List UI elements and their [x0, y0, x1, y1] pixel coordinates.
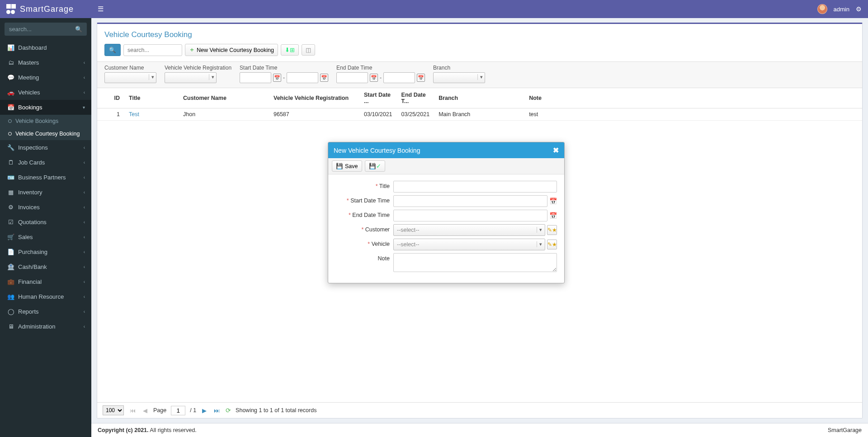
calendar-icon[interactable]: 📅 [273, 74, 281, 82]
calendar-icon[interactable]: 📅 [549, 197, 557, 205]
calendar-icon[interactable]: 📅 [370, 74, 378, 82]
search-icon[interactable]: 🔍 [75, 26, 82, 33]
filter-vehicle-select[interactable] [165, 72, 217, 83]
avatar[interactable] [817, 4, 827, 14]
logo-icon [6, 4, 16, 14]
sidebar-subitem[interactable]: Vehicle Bookings [0, 115, 91, 127]
col-header[interactable]: End Date T... [397, 88, 434, 108]
field-start-input[interactable] [393, 195, 547, 207]
field-title-input[interactable] [393, 181, 557, 193]
sidebar-item-human-resource[interactable]: 👥Human Resource‹ [0, 289, 91, 304]
calendar-icon[interactable]: 📅 [417, 74, 425, 82]
grid-header-row: IDTitleCustomer NameVehicle Vehicle Regi… [97, 88, 862, 108]
menu-icon: ☑ [6, 219, 15, 226]
sidebar-item-label: Bookings [18, 104, 42, 111]
add-vehicle-button[interactable]: ✎★ [547, 240, 557, 249]
username[interactable]: admin [834, 6, 849, 13]
sidebar-item-invoices[interactable]: ⚙Invoices‹ [0, 200, 91, 215]
col-header[interactable]: ID [97, 88, 124, 108]
sidebar-item-sales[interactable]: 🛒Sales‹ [0, 230, 91, 244]
field-customer-select[interactable]: --select-- [393, 224, 545, 236]
sidebar-item-masters[interactable]: 🗂Masters‹ [0, 55, 91, 70]
sidebar-item-administration[interactable]: 🖥Administration‹ [0, 319, 91, 334]
menu-icon: 🗂 [6, 59, 15, 66]
calendar-icon[interactable]: 📅 [320, 74, 328, 82]
field-customer-label: Customer [335, 224, 393, 233]
sidebar-subitem[interactable]: Vehicle Courtesy Booking [0, 127, 91, 140]
filter-end-from[interactable] [336, 72, 368, 83]
col-header[interactable]: Customer Name [179, 88, 269, 108]
sidebar-item-quotations[interactable]: ☑Quotations‹ [0, 215, 91, 230]
sidebar-item-inventory[interactable]: ▦Inventory‹ [0, 185, 91, 200]
export-excel-button[interactable]: ⬇⊞ [281, 44, 299, 56]
field-end-input[interactable] [393, 210, 547, 221]
table-row[interactable]: 1 Test Jhon 96587 03/10/2021 03/25/2021 … [97, 108, 862, 121]
sidebar-item-label: Administration [18, 323, 55, 330]
menu-icon: ▦ [6, 189, 15, 196]
last-page-button[interactable]: ⏭ [212, 407, 221, 414]
filter-row: Customer Name Vehicle Vehicle Registrati… [97, 61, 862, 88]
filter-start-to[interactable] [287, 72, 318, 83]
field-vehicle-select[interactable]: --select-- [393, 239, 545, 250]
prev-page-button[interactable]: ◀ [142, 407, 149, 414]
new-record-button[interactable]: ＋New Vehicle Courtesy Booking [185, 44, 278, 56]
col-header[interactable]: Vehicle Vehicle Registration [269, 88, 359, 108]
save-close-button[interactable]: 💾✓ [365, 160, 385, 172]
modal-close-button[interactable]: ✖ [553, 146, 559, 155]
next-page-button[interactable]: ▶ [201, 407, 208, 414]
col-header[interactable]: Note [524, 88, 862, 108]
menu-icon: 💬 [6, 74, 15, 81]
footer-brand: SmartGarage [828, 427, 862, 433]
chevron-left-icon: ‹ [84, 75, 85, 80]
filter-customer-select[interactable] [104, 72, 156, 83]
row-title-link[interactable]: Test [129, 111, 139, 117]
add-customer-button[interactable]: ✎★ [547, 225, 557, 235]
page-input[interactable] [171, 406, 185, 415]
sidebar-search: 🔍 [5, 23, 87, 36]
page-size-select[interactable]: 100 [103, 405, 124, 415]
hamburger-icon[interactable]: ☰ [91, 5, 110, 13]
sidebar-item-financial[interactable]: 💼Financial‹ [0, 274, 91, 289]
topbar: SmartGarage ☰ admin ⚙ [0, 0, 868, 18]
sidebar-item-label: Purchasing [18, 249, 47, 255]
sidebar-item-job-cards[interactable]: 🗒Job Cards‹ [0, 155, 91, 170]
sidebar-item-cash-bank[interactable]: 🏦Cash/Bank‹ [0, 259, 91, 274]
columns-config-button[interactable]: ◫ [302, 44, 315, 56]
logo[interactable]: SmartGarage [0, 0, 91, 18]
panel: Vehicle Courtesy Booking 🔍 ＋New Vehicle … [97, 23, 863, 418]
refresh-button[interactable]: ⟳ [226, 407, 231, 414]
sidebar-item-inspections[interactable]: 🔧Inspections‹ [0, 140, 91, 155]
field-note-input[interactable] [393, 253, 557, 272]
col-header[interactable]: Title [124, 88, 179, 108]
settings-icon[interactable]: ⚙ [856, 5, 862, 13]
col-header[interactable]: Start Date ... [359, 88, 397, 108]
sidebar-item-purchasing[interactable]: 📄Purchasing‹ [0, 244, 91, 259]
filter-end-to[interactable] [383, 72, 415, 83]
footer-copyright: Copyright (c) 2021. [98, 427, 149, 433]
filter-start-from[interactable] [240, 72, 271, 83]
sidebar-item-vehicles[interactable]: 🚗Vehicles‹ [0, 85, 91, 100]
sidebar-search-input[interactable] [5, 23, 87, 36]
sidebar-item-dashboard[interactable]: 📊Dashboard [0, 40, 91, 55]
sidebar-item-bookings[interactable]: 📅Bookings▾ [0, 100, 91, 115]
filter-branch-select[interactable] [433, 72, 485, 83]
field-title-label: Title [335, 181, 393, 189]
new-booking-modal: New Vehicle Courtesy Booking ✖ 💾 Save 💾✓… [328, 142, 565, 283]
first-page-button[interactable]: ⏮ [128, 407, 137, 414]
sidebar-item-business-partners[interactable]: 🪪Business Partners‹ [0, 170, 91, 185]
field-note-label: Note [335, 253, 393, 262]
menu-icon: 🛒 [6, 234, 15, 240]
chevron-left-icon: ‹ [84, 190, 85, 195]
chevron-left-icon: ‹ [84, 90, 85, 95]
sidebar-item-meeting[interactable]: 💬Meeting‹ [0, 70, 91, 85]
col-header[interactable]: Branch [434, 88, 524, 108]
app-name: SmartGarage [20, 5, 74, 14]
calendar-icon[interactable]: 📅 [549, 212, 557, 219]
chevron-left-icon: ‹ [84, 145, 85, 150]
field-vehicle-label: Vehicle [335, 239, 393, 247]
toolbar-search-input[interactable] [123, 44, 182, 56]
sidebar-item-reports[interactable]: ◯Reports‹ [0, 304, 91, 319]
save-button[interactable]: 💾 Save [332, 160, 362, 172]
search-button[interactable]: 🔍 [104, 44, 121, 56]
sidebar-item-label: Cash/Bank [18, 263, 47, 270]
